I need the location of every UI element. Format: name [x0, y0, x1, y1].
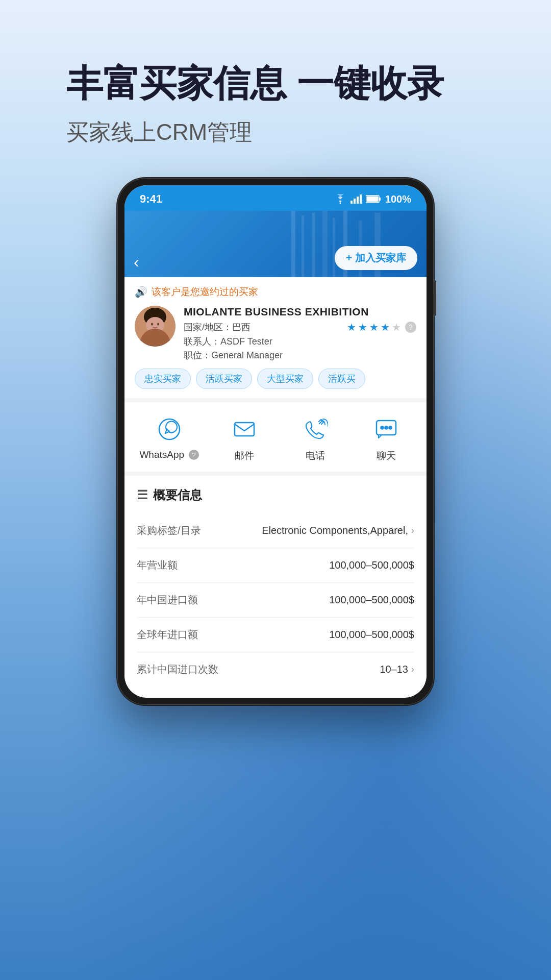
- svg-rect-10: [312, 213, 315, 277]
- whatsapp-help-icon[interactable]: ?: [189, 450, 199, 460]
- chat-icon: [371, 414, 401, 444]
- tag-active2[interactable]: 活跃买: [318, 369, 365, 389]
- tag-active[interactable]: 活跃买家: [196, 369, 252, 389]
- phone-icon: [300, 414, 330, 444]
- star-3: ★: [369, 321, 379, 333]
- svg-point-24: [381, 427, 383, 429]
- info-row-revenue: 年营业额 100,000–500,000$: [137, 548, 414, 583]
- customer-card: 🔊 该客户是您邀约过的买家: [124, 277, 427, 402]
- hero-title: 丰富买家信息 一键收录: [66, 61, 485, 105]
- info-label-import-count: 累计中国进口次数: [137, 663, 218, 676]
- svg-point-19: [151, 323, 153, 326]
- country-row: 国家/地区：巴西 ★ ★ ★ ★ ★ ?: [184, 321, 416, 333]
- info-value-global-import: 100,000–500,000$: [329, 629, 414, 641]
- email-label: 邮件: [235, 449, 254, 462]
- info-label-china-import: 年中国进口额: [137, 593, 198, 607]
- status-right: 100%: [334, 193, 411, 205]
- customer-tags: 忠实买家 活跃买家 大型买家 活跃买: [135, 369, 416, 389]
- chevron-icon-count: ›: [411, 664, 414, 675]
- svg-rect-6: [379, 198, 381, 201]
- add-to-customer-button[interactable]: + 加入买家库: [335, 246, 417, 270]
- info-row-tags[interactable]: 采购标签/目录 Electronic Components,Apparel, ›: [137, 513, 414, 548]
- status-time: 9:41: [140, 192, 162, 206]
- battery-icon: [366, 195, 381, 203]
- section-title: ☰ 概要信息: [137, 487, 414, 503]
- svg-rect-2: [354, 199, 356, 204]
- info-label-global-import: 全球年进口额: [137, 628, 198, 642]
- action-phone[interactable]: 电话: [290, 414, 341, 462]
- info-row-import-count[interactable]: 累计中国进口次数 10–13 ›: [137, 652, 414, 687]
- country-text: 国家/地区：巴西: [184, 321, 251, 333]
- email-icon: [230, 414, 259, 444]
- phone-label: 电话: [306, 449, 325, 462]
- svg-rect-8: [291, 211, 295, 277]
- add-icon: +: [346, 252, 352, 264]
- action-whatsapp[interactable]: WhatsApp ?: [139, 414, 199, 462]
- phone-screen: 9:41: [124, 185, 427, 698]
- actions-row: WhatsApp ?: [124, 414, 427, 462]
- info-value-revenue: 100,000–500,000$: [329, 559, 414, 571]
- phone-frame: 9:41: [117, 178, 434, 705]
- svg-point-20: [157, 323, 159, 326]
- info-value-tags: Electronic Components,Apparel, ›: [262, 525, 414, 536]
- tag-large[interactable]: 大型买家: [257, 369, 313, 389]
- signal-icon: [350, 194, 362, 204]
- info-section: ☰ 概要信息 采购标签/目录 Electronic Components,App…: [124, 476, 427, 698]
- info-row-global-import: 全球年进口额 100,000–500,000$: [137, 618, 414, 652]
- info-label-tags: 采购标签/目录: [137, 524, 201, 537]
- avatar-image: [135, 306, 176, 347]
- svg-point-25: [385, 427, 387, 429]
- svg-rect-12: [333, 218, 335, 277]
- customer-alert: 🔊 该客户是您邀约过的买家: [135, 285, 416, 299]
- svg-rect-4: [360, 194, 362, 204]
- position-text: 职位：General Manager: [184, 349, 416, 361]
- info-value-china-import: 100,000–500,000$: [329, 594, 414, 606]
- action-email[interactable]: 邮件: [219, 414, 270, 462]
- actions-section: WhatsApp ?: [124, 402, 427, 476]
- back-button[interactable]: ‹: [134, 254, 139, 270]
- wifi-icon: [334, 194, 346, 204]
- customer-info: MIOLANTE BUSINESS EXHIBITION 国家/地区：巴西 ★ …: [135, 306, 416, 361]
- star-2: ★: [358, 321, 367, 333]
- section-list-icon: ☰: [137, 488, 148, 502]
- company-name: MIOLANTE BUSINESS EXHIBITION: [184, 306, 416, 318]
- svg-rect-9: [302, 215, 304, 277]
- customer-details: MIOLANTE BUSINESS EXHIBITION 国家/地区：巴西 ★ …: [184, 306, 416, 361]
- star-rating: ★ ★ ★ ★ ★ ?: [347, 321, 416, 333]
- add-btn-label: 加入买家库: [355, 251, 406, 265]
- chat-label: 聊天: [377, 449, 396, 462]
- info-label-revenue: 年营业额: [137, 558, 178, 572]
- hero-subtitle: 买家线上CRM管理: [66, 117, 485, 148]
- svg-rect-22: [235, 423, 254, 436]
- svg-rect-3: [357, 197, 359, 204]
- power-button: [433, 280, 436, 316]
- phone-header: ‹ + 加入买家库: [124, 211, 427, 277]
- svg-rect-7: [366, 197, 378, 202]
- info-row-china-import: 年中国进口额 100,000–500,000$: [137, 583, 414, 618]
- contact-text: 联系人：ASDF Tester: [184, 335, 416, 348]
- phone-mockup: 9:41: [117, 178, 434, 705]
- chevron-icon-tags: ›: [411, 525, 414, 536]
- svg-point-0: [339, 203, 341, 204]
- svg-rect-1: [350, 201, 353, 204]
- info-value-import-count: 10–13 ›: [380, 664, 414, 675]
- action-chat[interactable]: 聊天: [361, 414, 412, 462]
- battery-percent: 100%: [385, 193, 411, 205]
- svg-point-26: [389, 427, 391, 429]
- whatsapp-icon: [155, 414, 184, 444]
- whatsapp-label: WhatsApp ?: [139, 449, 199, 460]
- speaker-icon: 🔊: [135, 286, 147, 298]
- svg-point-18: [146, 317, 164, 333]
- tag-loyal[interactable]: 忠实买家: [135, 369, 191, 389]
- star-1: ★: [347, 321, 356, 333]
- star-4: ★: [381, 321, 390, 333]
- alert-text: 该客户是您邀约过的买家: [152, 285, 258, 299]
- star-5: ★: [392, 321, 401, 333]
- svg-rect-11: [322, 211, 328, 277]
- avatar: [135, 306, 176, 347]
- status-bar: 9:41: [124, 185, 427, 211]
- rating-help-icon[interactable]: ?: [405, 322, 416, 333]
